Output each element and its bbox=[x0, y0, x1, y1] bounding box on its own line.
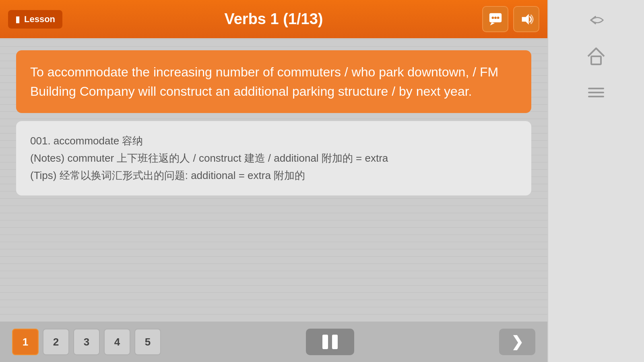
svg-rect-6 bbox=[591, 56, 601, 64]
page-btn-4[interactable]: 4 bbox=[104, 329, 130, 355]
back-icon bbox=[586, 10, 607, 31]
svg-point-1 bbox=[491, 16, 494, 19]
volume-icon-button[interactable] bbox=[513, 6, 539, 32]
header: ▮ Lesson Verbs 1 (1/13) bbox=[0, 0, 547, 38]
home-button[interactable] bbox=[580, 44, 612, 68]
pause-bar-right bbox=[332, 335, 338, 349]
menu-button[interactable] bbox=[580, 80, 612, 105]
svg-marker-5 bbox=[522, 14, 528, 25]
home-icon bbox=[586, 46, 607, 67]
page-btn-5[interactable]: 5 bbox=[134, 329, 161, 355]
header-title: Verbs 1 (1/13) bbox=[224, 10, 323, 28]
bottom-bar: 1 2 3 4 5 ❯ bbox=[0, 322, 547, 362]
svg-marker-4 bbox=[490, 22, 494, 25]
page-btn-1[interactable]: 1 bbox=[12, 329, 39, 355]
pause-button[interactable] bbox=[306, 329, 354, 355]
sidebar bbox=[547, 0, 644, 362]
page-btn-3[interactable]: 3 bbox=[73, 329, 100, 355]
pause-bar-left bbox=[322, 335, 328, 349]
notes-line1: 001. accommodate 容纳 bbox=[30, 132, 517, 150]
page-numbers: 1 2 3 4 5 bbox=[12, 329, 161, 355]
content-area: To accommodate the increasing number of … bbox=[0, 38, 547, 322]
next-button[interactable]: ❯ bbox=[499, 329, 535, 355]
svg-point-2 bbox=[494, 16, 497, 19]
svg-point-3 bbox=[497, 16, 499, 19]
sentence-card: To accommodate the increasing number of … bbox=[16, 50, 531, 113]
header-right-icons bbox=[482, 6, 539, 32]
page-btn-2[interactable]: 2 bbox=[43, 329, 69, 355]
lesson-label: Lesson bbox=[24, 14, 55, 25]
book-icon: ▮ bbox=[15, 14, 20, 25]
chat-icon-button[interactable] bbox=[482, 6, 508, 32]
next-icon: ❯ bbox=[511, 333, 523, 350]
sentence-text: To accommodate the increasing number of … bbox=[30, 65, 498, 99]
notes-line3: (Tips) 经常以换词汇形式出的问题: additional = extra … bbox=[30, 167, 517, 184]
back-button[interactable] bbox=[580, 8, 612, 32]
notes-line2: (Notes) commuter 上下班往返的人 / construct 建造 … bbox=[30, 150, 517, 167]
menu-icon bbox=[586, 82, 607, 103]
notes-card: 001. accommodate 容纳 (Notes) commuter 上下班… bbox=[16, 121, 531, 195]
chat-icon bbox=[488, 12, 503, 27]
lesson-button[interactable]: ▮ Lesson bbox=[8, 10, 62, 29]
volume-icon bbox=[519, 12, 534, 27]
